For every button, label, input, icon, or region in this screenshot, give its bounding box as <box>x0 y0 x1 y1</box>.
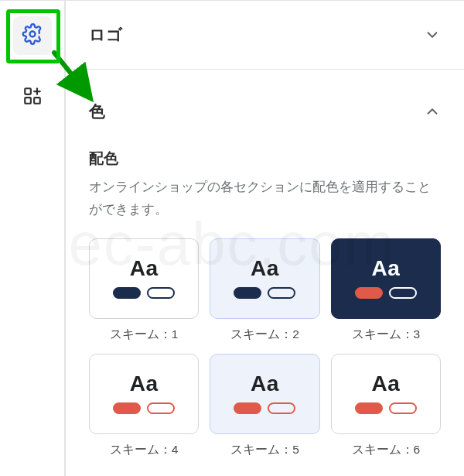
pill-outline <box>268 402 295 414</box>
scheme-sample-text: Aa <box>130 258 159 279</box>
pill-outline <box>389 402 417 414</box>
pill-filled <box>234 287 261 299</box>
svg-rect-3 <box>34 98 40 104</box>
settings-panel: ロゴ 色 配色 オンラインショップの各セクションに配色を適用することができます。… <box>66 1 464 476</box>
svg-rect-1 <box>25 88 31 94</box>
pill-outline <box>147 402 175 414</box>
scheme-swatch-4[interactable]: Aa <box>89 354 199 434</box>
chevron-up-icon <box>424 103 441 120</box>
pill-filled <box>234 402 261 414</box>
scheme-swatch-5[interactable]: Aa <box>210 354 319 434</box>
scheme-sample-text: Aa <box>251 373 279 395</box>
pill-filled <box>113 402 141 414</box>
scheme-pills <box>355 287 417 299</box>
rail-settings[interactable] <box>13 16 52 55</box>
svg-rect-2 <box>25 98 31 104</box>
scheme-pills <box>234 287 295 299</box>
scheme-label: スキーム：6 <box>331 442 441 458</box>
scheme-label: スキーム：5 <box>210 442 319 458</box>
scheme-sample-text: Aa <box>130 373 159 395</box>
scheme-pills <box>234 402 295 414</box>
pill-filled <box>113 287 141 299</box>
accordion-logo: ロゴ <box>66 1 464 70</box>
scheme-swatch-3[interactable]: Aa <box>331 238 441 319</box>
color-section-description: オンラインショップの各セクションに配色を適用することができます。 <box>89 176 441 221</box>
scheme-pills <box>355 402 417 414</box>
scheme-swatch-2[interactable]: Aa <box>210 238 319 319</box>
accordion-logo-title: ロゴ <box>89 24 123 46</box>
accordion-colors-body: 配色 オンラインショップの各セクションに配色を適用することができます。 Aaスキ… <box>66 149 464 474</box>
pill-outline <box>268 287 295 299</box>
scheme-sample-text: Aa <box>371 258 400 279</box>
scheme-grid: Aaスキーム：1Aaスキーム：2Aaスキーム：3Aaスキーム：4Aaスキーム：5… <box>89 238 441 458</box>
scheme-label: スキーム：4 <box>89 442 199 458</box>
widgets-add-icon <box>22 86 43 109</box>
accordion-colors-header[interactable]: 色 <box>66 70 464 136</box>
chevron-down-icon <box>424 26 441 43</box>
scheme-sample-text: Aa <box>371 373 400 395</box>
accordion-colors: 色 配色 オンラインショップの各セクションに配色を適用することができます。 Aa… <box>66 70 464 474</box>
pill-filled <box>355 287 383 299</box>
scheme-label: スキーム：1 <box>89 327 199 343</box>
rail-sections[interactable] <box>13 78 52 117</box>
color-section-title: 配色 <box>89 149 441 169</box>
scheme-label: スキーム：3 <box>331 327 441 343</box>
pill-filled <box>355 402 383 414</box>
pill-outline <box>389 287 417 299</box>
scheme-label: スキーム：2 <box>210 327 319 343</box>
scheme-sample-text: Aa <box>251 258 279 279</box>
scheme-pills <box>113 287 175 299</box>
scheme-swatch-1[interactable]: Aa <box>89 238 199 319</box>
gear-icon <box>22 23 43 48</box>
accordion-logo-header[interactable]: ロゴ <box>66 1 464 69</box>
scheme-pills <box>113 402 175 414</box>
svg-point-0 <box>29 32 35 37</box>
pill-outline <box>147 287 175 299</box>
scheme-swatch-6[interactable]: Aa <box>331 354 441 434</box>
editor-rail <box>0 1 66 476</box>
accordion-colors-title: 色 <box>89 101 105 122</box>
